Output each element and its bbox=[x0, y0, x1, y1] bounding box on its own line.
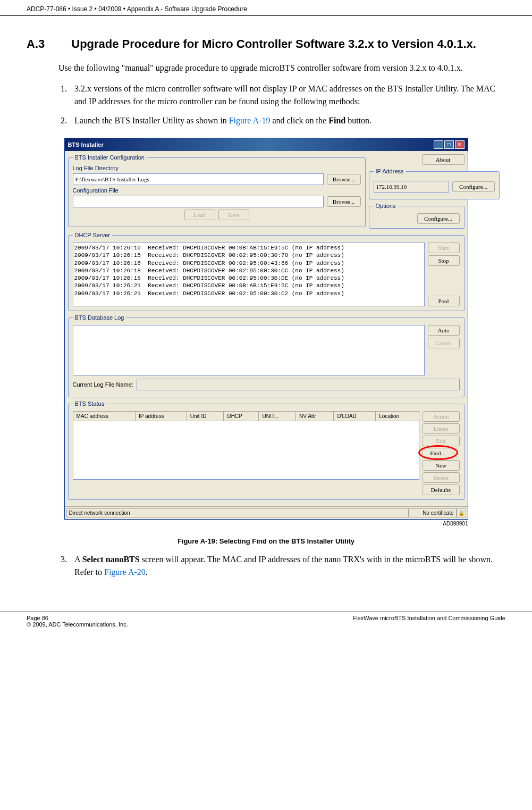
log-dir-input[interactable] bbox=[73, 173, 324, 185]
current-log-display bbox=[137, 379, 460, 390]
section-title: Upgrade Procedure for Micro Controller S… bbox=[71, 37, 476, 51]
status-fieldset: BTS Status MAC address IP address Unit I… bbox=[68, 400, 465, 500]
status-bar: Direct network connection No certificate… bbox=[65, 506, 468, 519]
current-log-label: Current Log File Name: bbox=[73, 381, 133, 388]
ip-legend: IP Address bbox=[374, 168, 406, 174]
bts-table-body[interactable] bbox=[73, 421, 419, 480]
config-file-input[interactable] bbox=[73, 196, 324, 207]
bts-status-table: MAC address IP address Unit ID DHCP UNIT… bbox=[73, 411, 419, 421]
col-unitid[interactable]: Unit ID bbox=[187, 412, 224, 421]
maximize-icon[interactable]: □ bbox=[444, 140, 454, 149]
step-2: Launch the BTS Installer Utility as show… bbox=[69, 114, 505, 127]
page-footer: Page 86 © 2009, ADC Telecommunications, … bbox=[0, 612, 532, 633]
configure-ip-button[interactable]: Configure... bbox=[452, 181, 495, 192]
steps-list: 3.2.x versions of the micro controller s… bbox=[69, 82, 505, 127]
config-file-label: Configuration File bbox=[73, 187, 361, 194]
edit-button: Edit bbox=[423, 436, 460, 446]
table-header-row: MAC address IP address Unit ID DHCP UNIT… bbox=[73, 412, 419, 421]
config-fieldset: BTS Installer Configuration Log File Dir… bbox=[68, 154, 366, 227]
ip-fieldset: IP Address Configure... bbox=[369, 168, 500, 199]
options-legend: Options bbox=[374, 203, 398, 209]
screenshot-wrapper: BTS Installer _ □ × BTS Installer Config… bbox=[64, 138, 468, 527]
cert-icon: 🔒 bbox=[457, 508, 466, 517]
steps-list-continued: A Select nanoBTS screen will appear. The… bbox=[69, 553, 505, 579]
find-bold: Find bbox=[328, 116, 345, 125]
step-1: 3.2.x versions of the micro controller s… bbox=[69, 82, 505, 108]
browse-config-button[interactable]: Browse... bbox=[327, 196, 361, 207]
footer-page: Page 86 bbox=[27, 615, 128, 621]
dhcp-pool-button[interactable]: Pool bbox=[428, 296, 460, 306]
col-dload[interactable]: D'LOAD bbox=[334, 412, 376, 421]
page-header: ADCP-77-086 • Issue 2 • 04/2009 • Append… bbox=[0, 0, 532, 16]
window-titlebar[interactable]: BTS Installer _ □ × bbox=[65, 138, 468, 151]
footer-guide: FlexWave microBTS Installation and Commi… bbox=[352, 615, 505, 628]
dblog-fieldset: BTS Database Log Auto Cancel Current Log… bbox=[68, 314, 465, 397]
window-controls: _ □ × bbox=[434, 140, 465, 149]
window-body: BTS Installer Configuration Log File Dir… bbox=[65, 151, 468, 506]
load-button: Load bbox=[184, 210, 215, 220]
dblog-legend: BTS Database Log bbox=[73, 314, 126, 321]
minimize-icon[interactable]: _ bbox=[434, 140, 443, 149]
dhcp-fieldset: DHCP Server 2009/03/17 10:26:10 Received… bbox=[68, 232, 465, 311]
bts-installer-window: BTS Installer _ □ × BTS Installer Config… bbox=[64, 138, 468, 520]
figure-link-a19[interactable]: Figure A-19 bbox=[229, 116, 271, 125]
dhcp-stop-button[interactable]: Stop bbox=[428, 255, 460, 266]
browse-logdir-button[interactable]: Browse... bbox=[327, 174, 361, 185]
config-legend: BTS Installer Configuration bbox=[73, 154, 147, 161]
status-left: Direct network connection bbox=[66, 508, 409, 517]
log-dir-label: Log File Directory bbox=[73, 165, 361, 171]
dhcp-log-textarea[interactable]: 2009/03/17 10:26:10 Received: DHCPDISCOV… bbox=[73, 243, 425, 306]
auto-button[interactable]: Auto bbox=[428, 325, 460, 336]
content: A.3 Upgrade Procedure for Micro Controll… bbox=[0, 16, 532, 596]
figure-link-a20[interactable]: Figure A-20 bbox=[104, 567, 146, 577]
col-dhcp[interactable]: DHCP bbox=[224, 412, 259, 421]
intro-paragraph: Use the following "manual" upgrade proce… bbox=[58, 62, 505, 74]
col-nv[interactable]: NV Attr bbox=[296, 412, 334, 421]
find-button[interactable]: Find... bbox=[423, 448, 453, 458]
select-nanobts-bold: Select nanoBTS bbox=[82, 555, 140, 564]
find-highlight: Find... bbox=[423, 448, 460, 458]
ip-display bbox=[374, 181, 449, 193]
status-right: No certificate bbox=[409, 508, 457, 517]
defaults-button[interactable]: Defaults bbox=[423, 485, 460, 495]
delete-button: Delete bbox=[423, 472, 460, 483]
step-3: A Select nanoBTS screen will appear. The… bbox=[69, 553, 505, 579]
save-button: Save bbox=[218, 210, 249, 220]
about-button[interactable]: About bbox=[422, 154, 465, 165]
dhcp-start-button: Start bbox=[428, 243, 460, 253]
section-heading: A.3 Upgrade Procedure for Micro Controll… bbox=[27, 37, 505, 51]
new-button[interactable]: New bbox=[423, 460, 460, 471]
image-id: AD098901 bbox=[64, 521, 468, 527]
configure-options-button[interactable]: Configure... bbox=[417, 213, 460, 224]
col-mac[interactable]: MAC address bbox=[73, 412, 136, 421]
db-log-textarea[interactable] bbox=[73, 325, 425, 375]
figure-caption: Figure A-19: Selecting Find on the BTS I… bbox=[27, 537, 505, 545]
col-unit[interactable]: UNIT... bbox=[259, 412, 296, 421]
listen-button: Listen bbox=[423, 423, 460, 434]
section-number: A.3 bbox=[27, 37, 45, 51]
col-ip[interactable]: IP address bbox=[136, 412, 187, 421]
window-title: BTS Installer bbox=[68, 141, 104, 148]
col-location[interactable]: Location bbox=[376, 412, 419, 421]
action-button: Action bbox=[423, 411, 460, 422]
dhcp-legend: DHCP Server bbox=[73, 232, 112, 238]
cancel-button: Cancel bbox=[428, 338, 460, 348]
close-icon[interactable]: × bbox=[455, 140, 465, 149]
footer-copyright: © 2009, ADC Telecommunications, Inc. bbox=[27, 621, 128, 628]
status-legend: BTS Status bbox=[73, 400, 107, 407]
options-fieldset: Options Configure... bbox=[369, 203, 465, 229]
